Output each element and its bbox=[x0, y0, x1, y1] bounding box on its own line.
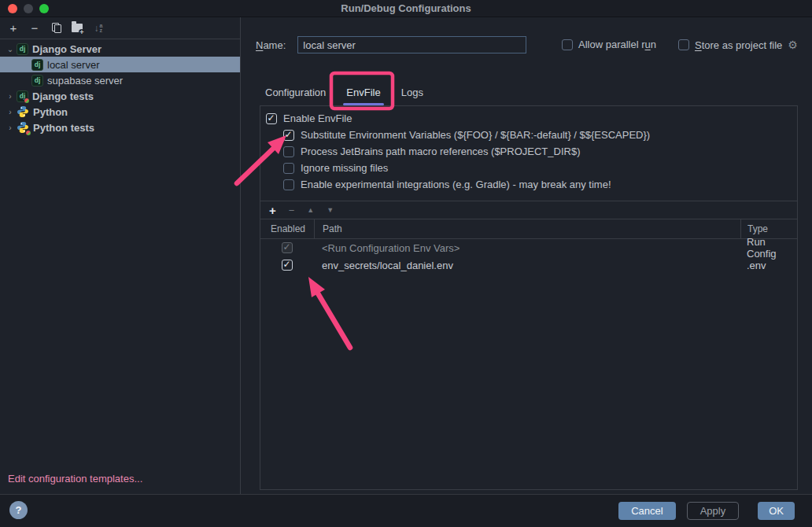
tree-item-django-server[interactable]: ⌄ dj Django Server bbox=[0, 41, 240, 57]
substitute-env-vars-option[interactable]: Substitute Environment Variables (${FOO}… bbox=[260, 127, 797, 143]
run-debug-configurations-dialog: Run/Debug Configurations + − ↓ az ⌄ dj D… bbox=[0, 0, 812, 527]
tab-configuration[interactable]: Configuration bbox=[255, 79, 336, 105]
envfile-table-toolbar: + − ▲ ▼ bbox=[260, 201, 797, 219]
gear-icon[interactable]: ⚙ bbox=[788, 39, 798, 51]
title-bar: Run/Debug Configurations bbox=[0, 0, 812, 17]
name-input[interactable] bbox=[297, 36, 526, 53]
configuration-detail-pane: Name: Allow parallel run Store as projec… bbox=[242, 17, 812, 494]
envfile-panel: Enable EnvFile Substitute Environment Va… bbox=[260, 105, 798, 490]
window-title: Run/Debug Configurations bbox=[0, 2, 812, 14]
copy-configuration-icon[interactable] bbox=[49, 21, 63, 35]
sort-configurations-icon[interactable]: ↓ az bbox=[91, 21, 105, 35]
configuration-tree: ⌄ dj Django Server dj local server dj su… bbox=[0, 39, 240, 135]
dialog-footer: ? Cancel Apply OK bbox=[0, 494, 812, 527]
add-env-file-button[interactable]: + bbox=[269, 205, 276, 216]
sidebar-toolbar: + − ↓ az bbox=[0, 17, 240, 39]
checkbox-icon[interactable] bbox=[283, 163, 294, 174]
django-icon: dj bbox=[17, 43, 28, 55]
table-header: Enabled Path Type bbox=[260, 219, 797, 239]
edit-configuration-templates-link[interactable]: Edit configuration templates... bbox=[8, 473, 142, 485]
checkbox-icon[interactable] bbox=[282, 260, 293, 271]
tree-item-python[interactable]: › Python bbox=[0, 104, 240, 120]
process-path-macro-option[interactable]: Process JetBrains path macro references … bbox=[260, 143, 797, 160]
python-icon bbox=[17, 105, 29, 118]
tree-item-python-tests[interactable]: › Python tests bbox=[0, 120, 240, 135]
python-tests-icon bbox=[17, 121, 29, 134]
cancel-button[interactable]: Cancel bbox=[618, 502, 675, 520]
remove-env-file-button[interactable]: − bbox=[289, 205, 295, 216]
django-icon: dj bbox=[31, 75, 43, 87]
chevron-right-icon[interactable]: › bbox=[4, 123, 17, 132]
table-row[interactable]: <Run Configuration Env Vars> Run Config bbox=[260, 239, 797, 256]
django-tests-icon: dj bbox=[17, 90, 28, 102]
name-label: Name: bbox=[256, 39, 286, 51]
django-icon: dj bbox=[31, 59, 43, 71]
remove-configuration-button[interactable]: − bbox=[28, 21, 42, 35]
chevron-right-icon[interactable]: › bbox=[4, 92, 17, 101]
test-badge-icon bbox=[25, 130, 31, 136]
checkbox-icon[interactable] bbox=[283, 130, 294, 141]
checkbox-icon[interactable] bbox=[562, 39, 573, 50]
test-badge-icon bbox=[24, 98, 30, 104]
table-row[interactable]: env_secrets/local_daniel.env .env bbox=[260, 256, 797, 274]
enable-envfile-option[interactable]: Enable EnvFile bbox=[260, 110, 797, 127]
allow-parallel-run-label: Allow parallel run bbox=[578, 39, 656, 50]
column-path[interactable]: Path bbox=[314, 219, 740, 238]
store-as-project-file-label: Store as project file bbox=[695, 39, 782, 51]
column-enabled[interactable]: Enabled bbox=[260, 223, 314, 234]
checkbox-icon[interactable] bbox=[678, 39, 689, 50]
new-folder-icon[interactable] bbox=[70, 21, 84, 35]
ignore-missing-files-option[interactable]: Ignore missing files bbox=[260, 160, 797, 176]
add-configuration-button[interactable]: + bbox=[6, 21, 20, 35]
help-button[interactable]: ? bbox=[9, 501, 28, 519]
move-down-button[interactable]: ▼ bbox=[327, 207, 334, 214]
configurations-sidebar: + − ↓ az ⌄ dj Django Server dj local ser… bbox=[0, 17, 241, 494]
checkbox-icon bbox=[282, 242, 293, 253]
configuration-tabs: Configuration EnvFile Logs bbox=[255, 79, 434, 105]
tab-envfile[interactable]: EnvFile bbox=[336, 79, 390, 105]
chevron-down-icon[interactable]: ⌄ bbox=[4, 45, 17, 53]
move-up-button[interactable]: ▲ bbox=[307, 207, 314, 214]
allow-parallel-run-checkbox[interactable]: Allow parallel run bbox=[562, 39, 656, 50]
envfile-table: + − ▲ ▼ Enabled Path Type <Run Configura… bbox=[260, 201, 797, 489]
checkbox-icon[interactable] bbox=[266, 113, 277, 124]
tree-item-local-server[interactable]: dj local server bbox=[0, 57, 240, 72]
tree-item-supabase-server[interactable]: dj supabase server bbox=[0, 72, 240, 88]
chevron-right-icon[interactable]: › bbox=[4, 108, 17, 116]
checkbox-icon[interactable] bbox=[283, 146, 294, 157]
checkbox-icon[interactable] bbox=[283, 179, 294, 190]
tab-logs[interactable]: Logs bbox=[391, 79, 434, 105]
ok-button[interactable]: OK bbox=[758, 502, 795, 520]
store-as-project-file-checkbox[interactable]: Store as project file ⚙ bbox=[678, 39, 798, 51]
apply-button[interactable]: Apply bbox=[687, 502, 740, 520]
tree-item-django-tests[interactable]: › dj Django tests bbox=[0, 88, 240, 104]
experimental-integrations-option[interactable]: Enable experimental integrations (e.g. G… bbox=[260, 176, 797, 193]
